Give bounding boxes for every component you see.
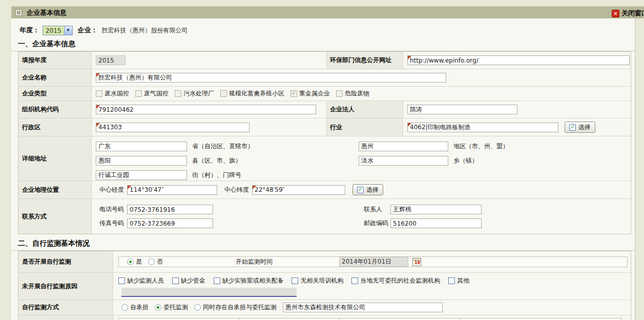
geo-location-label: 企业地理位置 [18,181,92,198]
close-window-label[interactable]: 关闭窗口 [621,9,644,18]
checkbox-icon[interactable] [220,90,227,97]
fax-input[interactable] [127,218,213,228]
geo-select-button[interactable]: 选择 [352,184,383,195]
checkbox-other-reason[interactable]: 其他 [448,276,469,285]
checkbox-lack-personnel[interactable]: 缺少监测人员 [118,276,164,285]
address-province-input[interactable] [96,142,187,151]
row-geo-location: 企业地理位置 中心经度 中心纬度 选择 [18,181,631,199]
checkbox-icon[interactable] [290,90,297,97]
checkbox-icon[interactable] [96,90,102,97]
row-monitoring-detail-partial [18,315,631,320]
region-code-input[interactable] [96,123,250,132]
checkbox-lack-funds[interactable]: 缺少资金 [172,276,205,285]
radio-carry-out-yes[interactable]: 是 [127,257,142,266]
address-label: 详细地址 [18,136,92,181]
longitude-label: 中心经度 [99,186,124,194]
epinfo-url-label: 环保部门信息公开网址 [326,52,403,69]
screen: 企业基本信息 ✕ 关闭窗口 年度： 2015 ▼ 企业： 胜宏科技（惠州）股份有… [0,0,644,320]
row-monitoring-mode: 自行监测方式 自承担 委托监测 同时存在自承担与委托监测 [18,300,631,315]
section2-table: 是否开展自行监测 是 否 开始监测时间 未开展自行监测原因 [18,251,631,320]
checkbox-hazardous-waste[interactable]: 危险废物 [336,89,369,98]
org-code-input[interactable] [96,105,316,114]
form-panel: 年度： 2015 ▼ 企业： 胜宏科技（惠州）股份有限公司 一、企业基本信息 填… [11,18,635,320]
window-title: 企业基本信息 [27,8,67,17]
company-name-input[interactable] [96,73,446,83]
industry-input[interactable] [407,123,558,132]
checkbox-icon[interactable] [336,90,343,97]
contact-person-input[interactable] [390,205,482,214]
row-company-name: 企业名称 [18,69,631,87]
chevron-down-icon: ▼ [64,26,72,35]
radio-both-modes[interactable]: 同时存在自承担与委托监测 [194,303,277,312]
phone-input[interactable] [127,205,213,214]
checkbox-lack-lab[interactable]: 缺少实验室或相关配备 [214,276,284,285]
checkbox-icon[interactable] [448,277,455,284]
row-contact: 联系方式 电话号码 传真号码 联系人 [18,199,631,234]
checkbox-wastewater-control[interactable]: 废水国控 [96,89,129,98]
other-reason-input[interactable] [121,288,297,297]
address-county-input[interactable] [96,156,187,166]
window-titlebar: 企业基本信息 ✕ 关闭窗口 [11,6,644,18]
window-icon [15,9,22,16]
city-suffix-label: 地区（市、州、盟） [453,142,509,151]
industry-select-button[interactable]: 选择 [565,122,595,133]
company-name-value: 胜宏科技（惠州）股份有限公司 [102,26,188,35]
section1-heading: 一、企业基本信息 [11,36,635,51]
section2-heading: 二、自行监测基本情况 [11,236,635,251]
longitude-input[interactable] [127,185,217,195]
checkbox-no-training[interactable]: 无相关培训机构 [292,276,343,285]
checkbox-icon[interactable] [135,90,142,97]
street-suffix-label: 街（村）、门牌号 [192,171,241,179]
checkbox-icon[interactable] [292,277,298,284]
row-fill-year: 填报年度 环保部门信息公开网址 [18,52,631,69]
checkbox-sewage-plant[interactable]: 污水处理厂 [175,89,214,98]
calendar-icon[interactable] [412,258,421,266]
radio-icon[interactable] [155,304,161,311]
contact-person-label: 联系人 [364,205,390,214]
latitude-input[interactable] [252,185,345,195]
town-suffix-label: 乡（镇） [453,156,478,165]
radio-icon[interactable] [121,304,128,311]
start-time-input [339,257,408,267]
fax-label: 传真号码 [99,219,124,228]
checkbox-icon[interactable] [214,277,220,284]
region-code-label: 行政区 [18,118,92,136]
address-city-input[interactable] [359,142,448,151]
radio-icon[interactable] [148,258,155,265]
company-name-label: 企业名称 [18,69,92,86]
checkbox-icon[interactable] [351,277,358,284]
zip-code-input[interactable] [390,218,482,228]
mode-label: 自行监测方式 [18,300,113,315]
section1-table: 填报年度 环保部门信息公开网址 企业名称 企业类型 废水国控 [18,51,631,234]
checkbox-no-local-agency[interactable]: 当地无可委托的社会监测机构 [351,276,440,285]
checkbox-wastegas-control[interactable]: 废气国控 [135,89,169,98]
legal-person-input[interactable] [407,105,517,114]
year-select[interactable]: 2015 ▼ [43,26,73,35]
radio-icon[interactable] [194,304,201,311]
year-label: 年度： [19,26,39,35]
checkbox-icon[interactable] [118,277,125,284]
checkbox-heavy-metal[interactable]: 重金属企业 [290,89,330,98]
legal-person-label: 企业法人 [326,101,403,118]
close-icon[interactable]: ✕ [612,10,619,17]
fill-year-input [96,55,126,65]
check-icon [357,187,364,193]
radio-carry-out-no[interactable]: 否 [148,257,163,266]
address-town-input[interactable] [359,156,448,166]
checkbox-livestock-area[interactable]: 规模化畜禽养殖小区 [220,89,284,98]
radio-entrusted-monitoring[interactable]: 委托监测 [155,303,188,312]
radio-self-undertake[interactable]: 自承担 [121,303,149,312]
monitoring-org-input[interactable] [283,303,443,312]
row-region-code: 行政区 行业 选择 [18,118,631,136]
epinfo-url-input[interactable] [407,55,630,65]
close-window-button[interactable]: ✕ 关闭窗口 [612,9,644,18]
org-code-label: 组织机构代码 [18,101,92,118]
company-type-label: 企业类型 [18,87,92,101]
address-street-input[interactable] [96,170,187,180]
row-org-code: 组织机构代码 企业法人 [18,101,631,118]
check-icon [569,124,576,131]
checkbox-icon[interactable] [175,90,181,97]
radio-icon[interactable] [127,258,134,265]
row-no-monitoring-reason: 未开展自行监测原因 缺少监测人员 缺少资金 缺少实验室或相关配备 无相关培训机构… [18,273,631,300]
checkbox-icon[interactable] [172,277,179,284]
